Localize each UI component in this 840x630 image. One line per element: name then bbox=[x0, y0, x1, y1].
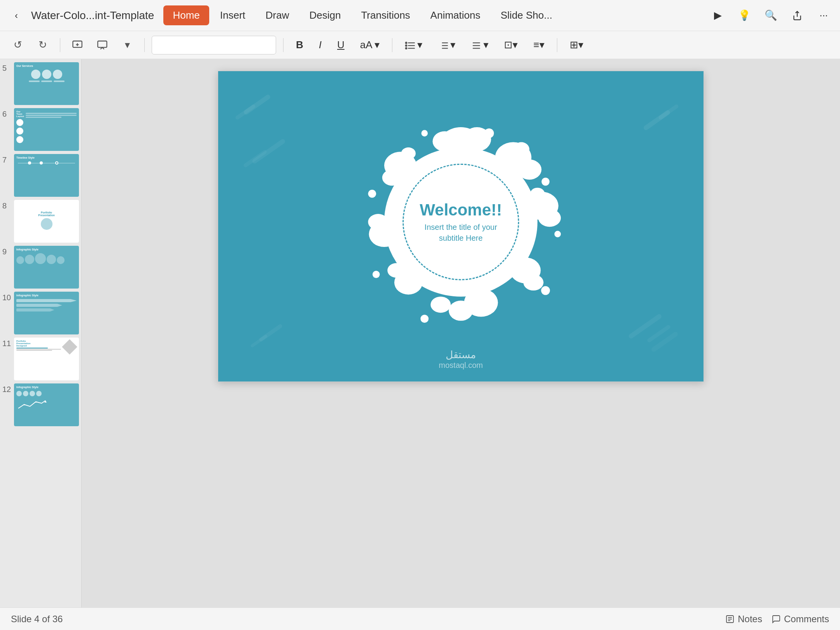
main-area: 5 Our Services bbox=[0, 59, 840, 607]
slide-view-button[interactable] bbox=[92, 35, 112, 55]
slide-number-10: 10 bbox=[2, 292, 12, 302]
slide-thumb-9[interactable]: Infographic Style bbox=[14, 246, 79, 289]
slide-thumb-7[interactable]: Timeline Style bbox=[14, 154, 79, 197]
bold-button[interactable]: B bbox=[290, 37, 309, 53]
slide-item-6[interactable]: 6 Our Team Layout bbox=[2, 108, 79, 151]
notes-label: Notes bbox=[738, 614, 762, 625]
underline-button[interactable]: U bbox=[332, 37, 350, 53]
svg-point-18 bbox=[432, 131, 457, 151]
status-bar: Slide 4 of 36 Notes Comments bbox=[0, 607, 840, 630]
undo-button[interactable]: ↺ bbox=[8, 35, 28, 55]
comments-button[interactable]: Comments bbox=[772, 614, 829, 625]
svg-point-35 bbox=[382, 170, 402, 186]
svg-point-31 bbox=[387, 263, 405, 278]
slide-number-6: 6 bbox=[2, 108, 12, 119]
more-button[interactable]: ··· bbox=[815, 7, 832, 24]
welcome-title[interactable]: Welcome!! bbox=[420, 201, 502, 219]
redo-button[interactable]: ↻ bbox=[33, 35, 53, 55]
svg-point-39 bbox=[555, 231, 561, 238]
slide-thumb-11[interactable]: Portfolio Presentation Designed bbox=[14, 338, 79, 380]
slide-number-7: 7 bbox=[2, 154, 12, 164]
italic-button[interactable]: I bbox=[313, 37, 327, 53]
add-slide-button[interactable] bbox=[67, 35, 88, 55]
toolbar-divider-4 bbox=[392, 38, 392, 52]
slide-thumb-6[interactable]: Our Team Layout bbox=[14, 108, 79, 151]
tab-transitions[interactable]: Transitions bbox=[352, 5, 419, 25]
toolbar-divider-1 bbox=[60, 38, 60, 52]
tab-animations[interactable]: Animations bbox=[421, 5, 490, 25]
slide-number-5: 5 bbox=[2, 62, 12, 73]
title-bar-actions: ▶ 💡 🔍 ··· bbox=[709, 7, 832, 24]
main-slide[interactable]: Welcome!! Insert the title of yoursubtit… bbox=[218, 71, 704, 382]
watermark-arabic: مستقل bbox=[439, 349, 483, 361]
paragraph-spacing-button[interactable]: ⊡▾ bbox=[499, 37, 523, 53]
line-spacing-button[interactable]: ▾ bbox=[466, 37, 494, 53]
svg-point-37 bbox=[484, 128, 494, 138]
svg-point-23 bbox=[538, 209, 561, 227]
svg-rect-1 bbox=[98, 41, 107, 47]
bullet-list-button[interactable]: ▾ bbox=[399, 37, 428, 53]
slide-item-11[interactable]: 11 Portfolio Presentation Designed bbox=[2, 338, 79, 380]
share-button[interactable] bbox=[789, 7, 806, 24]
svg-point-41 bbox=[420, 315, 429, 323]
tab-home[interactable]: Home bbox=[163, 5, 209, 25]
view-dropdown[interactable]: ▾ bbox=[117, 35, 137, 55]
format-more-button[interactable]: ⊞▾ bbox=[564, 37, 589, 53]
svg-point-28 bbox=[449, 301, 473, 321]
slide-item-7[interactable]: 7 Timeline Style bbox=[2, 154, 79, 197]
canvas-area: Welcome!! Insert the title of yoursubtit… bbox=[82, 59, 840, 607]
svg-point-6 bbox=[406, 47, 407, 49]
slide-panel: 5 Our Services bbox=[0, 59, 82, 607]
play-button[interactable]: ▶ bbox=[709, 7, 726, 24]
svg-point-26 bbox=[523, 275, 544, 290]
slide-number-8: 8 bbox=[2, 200, 12, 210]
subtitle-text: Insert the title of yoursubtitle Here bbox=[425, 222, 497, 243]
slide-thumb-8[interactable]: Portfolio Presentation bbox=[14, 200, 79, 243]
document-title: Water-Colo...int-Template bbox=[31, 9, 154, 22]
slide-info: Slide 4 of 36 bbox=[11, 614, 63, 625]
svg-point-42 bbox=[373, 271, 380, 278]
slide-thumb-10[interactable]: Infographic Style bbox=[14, 292, 79, 334]
splash-graphic: Welcome!! Insert the title of yoursubtit… bbox=[352, 113, 570, 331]
tab-design[interactable]: Design bbox=[300, 5, 350, 25]
svg-point-33 bbox=[368, 214, 388, 230]
slide-thumb-5[interactable]: Our Services bbox=[14, 62, 79, 105]
svg-point-44 bbox=[421, 130, 428, 136]
svg-point-21 bbox=[513, 142, 529, 156]
slide-item-8[interactable]: 8 Portfolio Presentation bbox=[2, 200, 79, 243]
back-button[interactable]: ‹ bbox=[8, 7, 25, 24]
slide-number-12: 12 bbox=[2, 383, 12, 394]
svg-point-2 bbox=[406, 42, 407, 44]
toolbar-divider-5 bbox=[557, 38, 557, 52]
tab-insert[interactable]: Insert bbox=[211, 5, 255, 25]
svg-point-24 bbox=[530, 188, 544, 200]
tab-draw[interactable]: Draw bbox=[256, 5, 299, 25]
comments-label: Comments bbox=[784, 614, 829, 625]
tab-slideshow[interactable]: Slide Sho... bbox=[491, 5, 562, 25]
svg-point-43 bbox=[368, 190, 376, 198]
slide-number-9: 9 bbox=[2, 246, 12, 256]
font-size-button[interactable]: aA ▾ bbox=[355, 37, 385, 53]
slide-number-11: 11 bbox=[2, 338, 12, 348]
toolbar-divider-3 bbox=[283, 38, 284, 52]
slide-item-10[interactable]: 10 Infographic Style bbox=[2, 292, 79, 334]
slide-item-5[interactable]: 5 Our Services bbox=[2, 62, 79, 105]
svg-point-36 bbox=[401, 147, 416, 159]
alignment-button[interactable]: ≡▾ bbox=[528, 37, 550, 53]
title-bar: ‹ Water-Colo...int-Template Home Insert … bbox=[0, 0, 840, 31]
numbered-list-button[interactable]: ▾ bbox=[432, 37, 461, 53]
slide-thumb-12[interactable]: Infographic Style bbox=[14, 383, 79, 426]
svg-point-38 bbox=[541, 178, 550, 186]
slide-item-12[interactable]: 12 Infographic Style bbox=[2, 383, 79, 426]
bulb-icon[interactable]: 💡 bbox=[736, 7, 753, 24]
watermark-latin: mostaql.com bbox=[439, 361, 483, 370]
inner-circle: Welcome!! Insert the title of yoursubtit… bbox=[395, 156, 527, 288]
slide-item-9[interactable]: 9 Infographic Style bbox=[2, 246, 79, 289]
text-input-field[interactable] bbox=[152, 36, 276, 54]
svg-point-40 bbox=[541, 286, 550, 295]
notes-button[interactable]: Notes bbox=[725, 614, 762, 625]
svg-point-29 bbox=[430, 297, 451, 313]
svg-point-4 bbox=[406, 45, 407, 46]
toolbar: ↺ ↻ ▾ B I U aA ▾ ▾ ▾ bbox=[0, 31, 840, 59]
search-button[interactable]: 🔍 bbox=[762, 7, 779, 24]
